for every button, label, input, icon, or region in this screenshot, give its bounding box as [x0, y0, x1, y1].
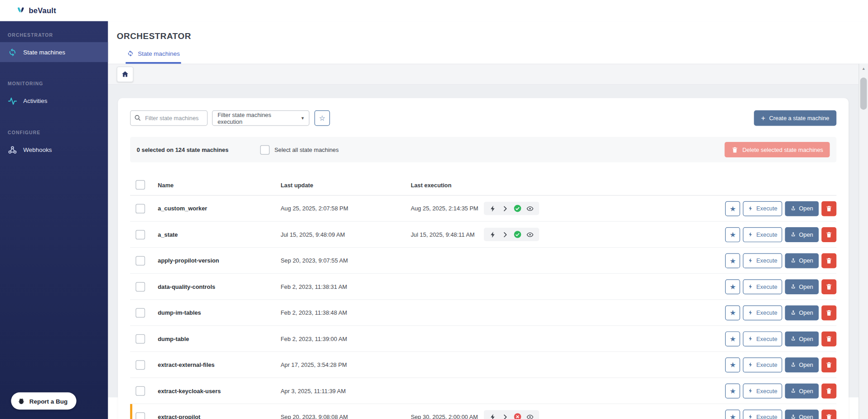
home-breadcrumb-button[interactable] [117, 67, 134, 82]
table-row: apply-propilot-version Sep 20, 2023, 9:0… [130, 248, 836, 273]
open-icon [791, 335, 796, 342]
filter-search [130, 110, 207, 126]
open-label: Open [799, 205, 813, 212]
favorite-button[interactable]: ★ [725, 357, 740, 372]
open-button[interactable]: Open [785, 227, 819, 242]
lightning-icon [748, 283, 753, 290]
open-button[interactable]: Open [785, 201, 819, 216]
row-checkbox[interactable] [135, 386, 145, 395]
execute-button[interactable]: Execute [743, 409, 782, 419]
open-button[interactable]: Open [785, 331, 819, 346]
execute-label: Execute [757, 309, 777, 316]
open-label: Open [799, 387, 813, 394]
open-label: Open [799, 335, 813, 342]
row-checkbox[interactable] [135, 256, 145, 265]
delete-button[interactable] [821, 227, 836, 242]
favorite-button[interactable]: ★ [725, 279, 740, 294]
page-header: ORCHESTRATOR State machines [108, 21, 868, 63]
execute-button[interactable]: Execute [743, 279, 782, 294]
delete-button[interactable] [821, 383, 836, 398]
open-button[interactable]: Open [785, 383, 819, 398]
execute-button[interactable]: Execute [743, 253, 782, 268]
row-checkbox[interactable] [135, 412, 145, 419]
favorite-button[interactable]: ★ [725, 227, 740, 242]
sidebar-item-activities[interactable]: Activities [0, 91, 108, 111]
brand-logo[interactable]: beVault [16, 6, 56, 15]
delete-button[interactable] [821, 409, 836, 419]
open-icon [791, 231, 796, 238]
header-last-execution: Last execution [411, 181, 484, 188]
lightning-icon[interactable] [489, 413, 497, 419]
delete-button[interactable] [821, 253, 836, 268]
page-title: ORCHESTRATOR [117, 31, 868, 41]
create-state-machine-button[interactable]: + Create a state machine [754, 110, 836, 126]
favorite-button[interactable]: ★ [725, 201, 740, 216]
open-button[interactable]: Open [785, 253, 819, 268]
open-button[interactable]: Open [785, 409, 819, 419]
scrollbar-up-arrow[interactable]: ▲ [859, 64, 868, 73]
sidebar-item-state-machines[interactable]: State machines [0, 42, 108, 62]
lightning-icon[interactable] [489, 205, 497, 212]
lightning-icon[interactable] [489, 231, 497, 238]
delete-button[interactable] [821, 305, 836, 320]
sidebar-item-label: Activities [23, 97, 47, 104]
trash-icon [825, 361, 833, 368]
open-icon [791, 309, 796, 316]
favorite-button[interactable]: ★ [725, 305, 740, 320]
delete-button[interactable] [821, 331, 836, 346]
eye-icon[interactable] [526, 231, 534, 238]
row-checkbox[interactable] [135, 360, 145, 370]
open-button[interactable]: Open [785, 305, 819, 320]
row-last-update: Aug 25, 2025, 2:07:58 PM [281, 205, 411, 212]
favorite-button[interactable]: ★ [725, 331, 740, 346]
execute-button[interactable]: Execute [743, 305, 782, 320]
filter-state-machines-input[interactable] [130, 110, 207, 126]
eye-icon[interactable] [526, 205, 534, 212]
delete-button[interactable] [821, 201, 836, 216]
row-checkbox[interactable] [135, 230, 145, 239]
delete-button[interactable] [821, 357, 836, 372]
vertical-scrollbar[interactable]: ▲ [858, 64, 868, 419]
tab-state-machines[interactable]: State machines [125, 50, 181, 64]
chevron-right-icon[interactable] [502, 413, 509, 419]
favorite-button[interactable]: ★ [725, 409, 740, 419]
state-machines-tab-icon [127, 50, 134, 57]
scrollbar-thumb[interactable] [860, 78, 867, 110]
open-label: Open [799, 283, 813, 290]
trash-icon [825, 335, 833, 342]
execution-icons [484, 410, 539, 419]
execute-button[interactable]: Execute [743, 201, 782, 216]
favorites-filter-button[interactable]: ☆ [314, 110, 330, 126]
star-icon: ★ [730, 230, 736, 239]
row-checkbox[interactable] [135, 282, 145, 291]
execute-label: Execute [757, 387, 777, 394]
chevron-right-icon[interactable] [502, 205, 509, 212]
execute-button[interactable]: Execute [743, 227, 782, 242]
row-last-update: Jul 15, 2025, 9:48:09 AM [281, 231, 411, 238]
row-checkbox[interactable] [135, 204, 145, 213]
execute-button[interactable]: Execute [743, 357, 782, 372]
open-button[interactable]: Open [785, 279, 819, 294]
execution-filter-select[interactable]: Filter state machines execution ▾ [212, 110, 309, 126]
favorite-button[interactable]: ★ [725, 253, 740, 268]
report-bug-button[interactable]: Report a Bug [11, 392, 76, 409]
execute-button[interactable]: Execute [743, 331, 782, 346]
row-checkbox[interactable] [135, 308, 145, 317]
select-all-label: Select all state machines [275, 146, 339, 153]
sidebar-section-monitoring: MONITORING Activities [0, 81, 108, 111]
delete-selected-button[interactable]: Delete selected state machines [725, 142, 830, 157]
header-checkbox[interactable] [135, 180, 145, 190]
star-icon: ★ [730, 386, 736, 395]
sidebar-item-webhooks[interactable]: Webhooks [0, 140, 108, 160]
select-all-checkbox[interactable] [260, 145, 270, 155]
trash-icon [825, 387, 833, 395]
execute-button[interactable]: Execute [743, 383, 782, 398]
favorite-button[interactable]: ★ [725, 383, 740, 398]
row-name: data-quality-controls [158, 283, 280, 290]
chevron-right-icon[interactable] [502, 231, 509, 238]
eye-icon[interactable] [526, 413, 534, 419]
delete-button[interactable] [821, 279, 836, 294]
open-button[interactable]: Open [785, 357, 819, 372]
execution-filter-label: Filter state machines execution [217, 112, 297, 125]
row-checkbox[interactable] [135, 334, 145, 343]
